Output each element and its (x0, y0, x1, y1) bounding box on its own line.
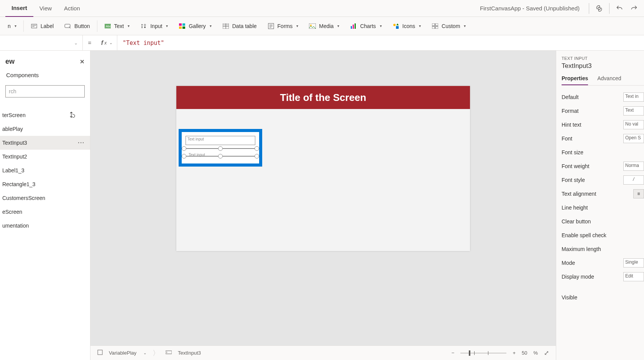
fit-to-window-icon[interactable]: ⤢ (544, 349, 549, 357)
chevron-down-icon: ▾ (166, 24, 168, 28)
breadcrumb-screen-icon (97, 350, 103, 356)
ribbon-charts[interactable]: Charts▾ (345, 23, 387, 30)
ribbon-input[interactable]: Input▾ (135, 23, 173, 30)
zoom-out-button[interactable]: − (452, 350, 455, 356)
app-checker-icon[interactable] (595, 4, 604, 13)
svg-text:Abc: Abc (106, 25, 111, 28)
more-icon[interactable]: ··· (78, 140, 85, 146)
tree-item-label1-3[interactable]: Label1_3 (0, 163, 90, 177)
redo-icon[interactable] (629, 4, 639, 13)
svg-rect-14 (351, 26, 352, 29)
forms-icon (268, 23, 274, 30)
breadcrumb-screen[interactable]: VariablePlay (109, 350, 136, 356)
prop-mode: ModeSingle (562, 256, 644, 270)
breadcrumb-separator: 〉 (153, 348, 159, 358)
zoom-in-button[interactable]: + (513, 350, 516, 356)
svg-rect-8 (179, 26, 182, 29)
align-left-button[interactable]: ≡ (633, 189, 644, 198)
tree-item-escreen[interactable]: eScreen (0, 205, 90, 219)
breadcrumb-control[interactable]: TextInput3 (178, 350, 201, 356)
prop-displaymode-value[interactable]: Edit (623, 272, 644, 281)
datatable-icon (222, 23, 229, 30)
input-icon (140, 23, 147, 30)
document-title: FirstCanvasApp - Saved (Unpublished) (480, 5, 580, 12)
svg-rect-21 (432, 26, 435, 29)
prop-fontweight-value[interactable]: Norma (623, 162, 644, 171)
screen-title-banner[interactable]: Title of the Screen (176, 86, 470, 109)
prop-default-value[interactable]: Text in (623, 92, 644, 102)
ribbon-text-label: Text (114, 23, 124, 29)
ribbon-input-label: Input (150, 23, 162, 29)
components-tab[interactable]: Components (0, 68, 90, 82)
icons-icon (393, 23, 399, 30)
selection-handle-row[interactable] (184, 148, 257, 149)
properties-tab[interactable]: Properties (562, 75, 588, 85)
ribbon-text[interactable]: Abc Text▾ (99, 23, 135, 30)
control-name[interactable]: TextInput3 (562, 62, 644, 70)
svg-rect-15 (353, 25, 354, 29)
textinput-preview-1[interactable]: Text input (186, 136, 255, 145)
cursor-icon (69, 111, 76, 121)
fx-button[interactable]: fx⌄ (97, 35, 117, 51)
ribbon-gallery[interactable]: Gallery▾ (173, 23, 217, 30)
ribbon-custom[interactable]: Custom▾ (426, 23, 471, 30)
prop-hint-value[interactable]: No val (623, 120, 644, 129)
undo-icon[interactable] (615, 4, 624, 13)
chevron-down-icon: ▾ (337, 24, 339, 28)
close-icon[interactable]: ✕ (80, 58, 85, 65)
properties-panel: TEXT INPUT TextInput3 Properties Advance… (556, 51, 644, 360)
svg-rect-23 (98, 350, 102, 355)
svg-rect-19 (432, 23, 435, 26)
ribbon-forms-label: Forms (278, 23, 293, 29)
tree-search-input[interactable]: rch (5, 85, 85, 97)
advanced-tab[interactable]: Advanced (597, 75, 621, 85)
tree-items-list: terScreen ablePlay TextInput3··· TextInp… (0, 108, 90, 233)
canvas-area[interactable]: Title of the Screen Text input Text inpu… (90, 51, 556, 345)
formula-input[interactable]: "Text input" (117, 40, 644, 46)
tree-item-terscreen[interactable]: terScreen (0, 108, 90, 122)
ribbon-label[interactable]: Label (25, 23, 59, 30)
text-icon: Abc (104, 23, 111, 30)
tree-view-title: ew (5, 58, 15, 66)
ribbon-forms[interactable]: Forms▾ (262, 23, 304, 30)
selection-handle-row[interactable] (184, 156, 257, 157)
menu-tab-action[interactable]: Action (58, 0, 86, 17)
ribbon-button[interactable]: Button (59, 23, 95, 30)
ribbon-icons[interactable]: Icons▾ (387, 23, 426, 30)
app-canvas[interactable]: Title of the Screen Text input Text inpu… (176, 86, 470, 251)
tree-item-umentation[interactable]: umentation (0, 219, 90, 233)
menu-bar: Insert View Action FirstCanvasApp - Save… (0, 0, 644, 17)
tree-item-ableplay[interactable]: ablePlay (0, 122, 90, 136)
svg-point-5 (144, 26, 146, 28)
formula-bar: ⌄ = fx⌄ "Text input" (0, 35, 644, 51)
chevron-down-icon: ▾ (380, 24, 382, 28)
zoom-slider[interactable] (460, 353, 506, 353)
tree-item-customersscreen[interactable]: CustomersScreen (0, 191, 90, 205)
prop-textalign: Text alignment≡ (562, 187, 644, 201)
svg-point-4 (144, 24, 146, 26)
tree-item-textinput3[interactable]: TextInput3··· (0, 136, 90, 150)
ribbon-datatable[interactable]: Data table (217, 23, 262, 30)
prop-font: FontOpen S (562, 132, 644, 145)
prop-maxlength: Maximum length (562, 242, 644, 256)
prop-fontstyle: Font style/ (562, 173, 644, 187)
prop-format-value[interactable]: Text (623, 106, 644, 116)
ribbon-media[interactable]: Media▾ (304, 23, 345, 30)
menu-tab-insert[interactable]: Insert (5, 0, 33, 17)
svg-rect-16 (355, 23, 356, 29)
prop-fontstyle-value[interactable]: / (623, 175, 644, 185)
media-icon (309, 23, 316, 30)
custom-icon (432, 23, 439, 30)
prop-font-value[interactable]: Open S (623, 134, 644, 143)
chevron-down-icon[interactable]: ⌄ (143, 351, 146, 355)
tree-item-rectangle1-3[interactable]: Rectangle1_3 (0, 177, 90, 191)
property-selector[interactable]: ⌄ (0, 35, 83, 51)
ribbon-newscreen-dropdown[interactable]: n▾ (2, 23, 22, 29)
charts-icon (350, 23, 357, 30)
breadcrumb-control-icon (166, 350, 172, 356)
control-type-caption: TEXT INPUT (562, 56, 644, 61)
selected-control-textinput3[interactable]: Text input Text input (179, 129, 262, 167)
menu-tab-view[interactable]: View (33, 0, 58, 17)
prop-mode-value[interactable]: Single (623, 258, 644, 268)
tree-item-textinput2[interactable]: TextInput2 (0, 150, 90, 163)
